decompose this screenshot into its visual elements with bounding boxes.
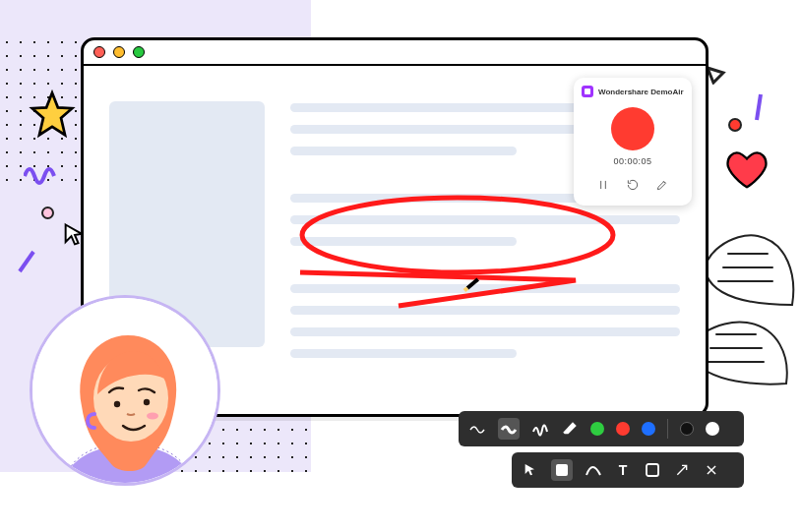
svg-rect-6 — [647, 464, 658, 476]
tools-toolbar[interactable]: T — [512, 452, 744, 488]
svg-rect-5 — [556, 464, 568, 476]
brush-bold-icon[interactable] — [498, 418, 520, 440]
red-dot-icon — [728, 118, 742, 132]
close-toolbar-icon[interactable] — [703, 461, 720, 479]
svg-point-11 — [147, 413, 158, 420]
color-blue[interactable] — [642, 422, 655, 436]
webcam-avatar[interactable] — [30, 295, 220, 486]
slash-icon — [18, 250, 35, 273]
eraser-icon[interactable] — [561, 420, 579, 438]
draw-tool-icon[interactable] — [585, 461, 602, 479]
squiggle-icon — [24, 167, 63, 185]
svg-line-0 — [20, 252, 33, 271]
shape-outline-tool-icon[interactable] — [644, 461, 661, 479]
window-titlebar[interactable] — [84, 40, 706, 66]
color-white[interactable] — [706, 422, 719, 436]
brush-toolbar[interactable] — [459, 411, 744, 446]
pink-dot-icon — [41, 207, 54, 219]
arrow-tool-icon[interactable] — [673, 461, 691, 479]
brand-icon — [582, 86, 593, 97]
maximize-window-button[interactable] — [133, 46, 145, 58]
brush-thin-icon[interactable] — [468, 420, 486, 438]
recorder-widget[interactable]: Wondershare DemoAir 00:00:05 — [574, 78, 692, 206]
pointer-tool-icon[interactable] — [522, 461, 539, 479]
minimize-window-button[interactable] — [113, 46, 125, 58]
brand-name: Wondershare DemoAir — [598, 88, 684, 96]
brush-scribble-icon[interactable] — [531, 420, 549, 438]
svg-point-9 — [114, 401, 120, 407]
color-red[interactable] — [616, 422, 630, 436]
recorder-timer: 00:00:05 — [582, 156, 684, 166]
color-green[interactable] — [590, 422, 604, 436]
text-tool-icon[interactable]: T — [614, 461, 632, 479]
shape-filled-tool-icon[interactable] — [551, 459, 573, 481]
brand-row: Wondershare DemoAir — [582, 86, 684, 97]
star-icon — [26, 89, 79, 142]
pause-icon[interactable] — [594, 176, 612, 194]
heart-icon — [722, 148, 771, 193]
close-window-button[interactable] — [93, 46, 105, 58]
svg-line-1 — [757, 94, 761, 120]
leaf-icon — [699, 226, 797, 315]
edit-icon[interactable] — [653, 176, 671, 194]
svg-point-10 — [144, 399, 150, 405]
toolbar-separator — [667, 419, 668, 439]
record-button[interactable] — [611, 107, 654, 150]
restart-icon[interactable] — [624, 176, 642, 194]
violet-line-icon — [754, 92, 764, 122]
color-black[interactable] — [680, 422, 694, 436]
